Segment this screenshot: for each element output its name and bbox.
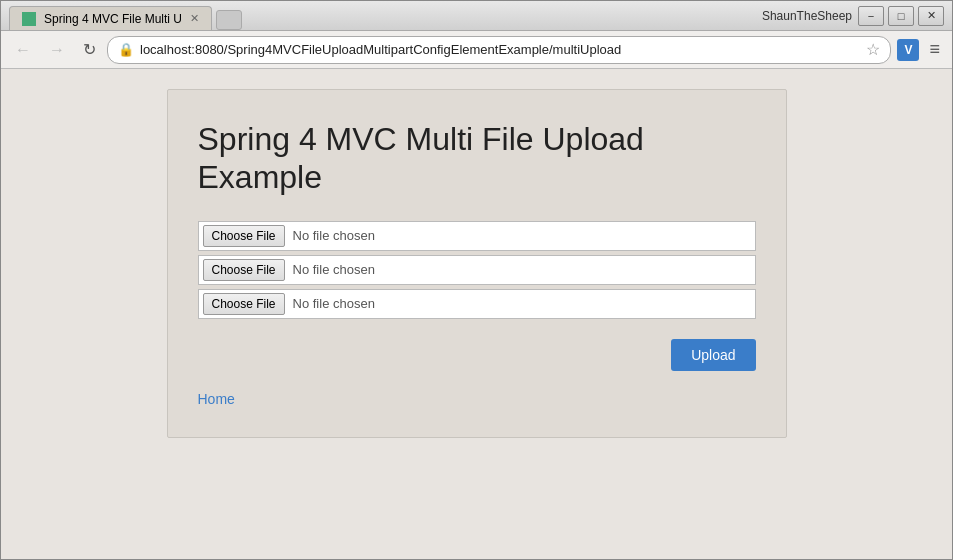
content-card: Spring 4 MVC Multi File Upload Example C… bbox=[167, 89, 787, 438]
upload-row: Upload bbox=[198, 339, 756, 371]
extension-icon[interactable]: V bbox=[897, 39, 919, 61]
tab-area: Spring 4 MVC File Multi U ✕ bbox=[9, 1, 762, 30]
back-icon: ← bbox=[15, 41, 31, 59]
maximize-button[interactable]: □ bbox=[888, 6, 914, 26]
browser-window: Spring 4 MVC File Multi U ✕ ShaunTheShee… bbox=[0, 0, 953, 560]
tab-close-button[interactable]: ✕ bbox=[190, 12, 199, 25]
tab-favicon bbox=[22, 12, 36, 26]
bookmark-icon[interactable]: ☆ bbox=[866, 40, 880, 59]
title-bar: Spring 4 MVC File Multi U ✕ ShaunTheShee… bbox=[1, 1, 952, 31]
forward-button[interactable]: → bbox=[43, 36, 71, 64]
active-tab[interactable]: Spring 4 MVC File Multi U ✕ bbox=[9, 6, 212, 30]
upload-button[interactable]: Upload bbox=[671, 339, 755, 371]
back-button[interactable]: ← bbox=[9, 36, 37, 64]
refresh-icon: ↻ bbox=[83, 40, 96, 59]
file-input-row-1: Choose File No file chosen bbox=[198, 221, 756, 251]
address-bar-container: 🔒 ☆ bbox=[107, 36, 891, 64]
window-controls: − □ ✕ bbox=[858, 6, 944, 26]
file-status-3: No file chosen bbox=[289, 296, 375, 311]
file-status-2: No file chosen bbox=[289, 262, 375, 277]
file-input-row-2: Choose File No file chosen bbox=[198, 255, 756, 285]
file-inputs-section: Choose File No file chosen Choose File N… bbox=[198, 221, 756, 319]
home-link[interactable]: Home bbox=[198, 391, 235, 407]
user-label: ShaunTheSheep bbox=[762, 9, 852, 23]
menu-button[interactable]: ≡ bbox=[925, 39, 944, 60]
nav-bar: ← → ↻ 🔒 ☆ V ≡ bbox=[1, 31, 952, 69]
close-button[interactable]: ✕ bbox=[918, 6, 944, 26]
new-tab-button[interactable] bbox=[216, 10, 242, 30]
minimize-button[interactable]: − bbox=[858, 6, 884, 26]
file-input-row-3: Choose File No file chosen bbox=[198, 289, 756, 319]
page-content: Spring 4 MVC Multi File Upload Example C… bbox=[1, 69, 952, 559]
choose-file-button-1[interactable]: Choose File bbox=[203, 225, 285, 247]
tab-title: Spring 4 MVC File Multi U bbox=[44, 12, 182, 26]
page-icon: 🔒 bbox=[118, 42, 134, 57]
choose-file-button-3[interactable]: Choose File bbox=[203, 293, 285, 315]
page-title: Spring 4 MVC Multi File Upload Example bbox=[198, 120, 756, 197]
forward-icon: → bbox=[49, 41, 65, 59]
choose-file-button-2[interactable]: Choose File bbox=[203, 259, 285, 281]
refresh-button[interactable]: ↻ bbox=[77, 38, 101, 62]
ext-label: V bbox=[904, 43, 912, 57]
file-status-1: No file chosen bbox=[289, 228, 375, 243]
address-input[interactable] bbox=[140, 42, 860, 57]
